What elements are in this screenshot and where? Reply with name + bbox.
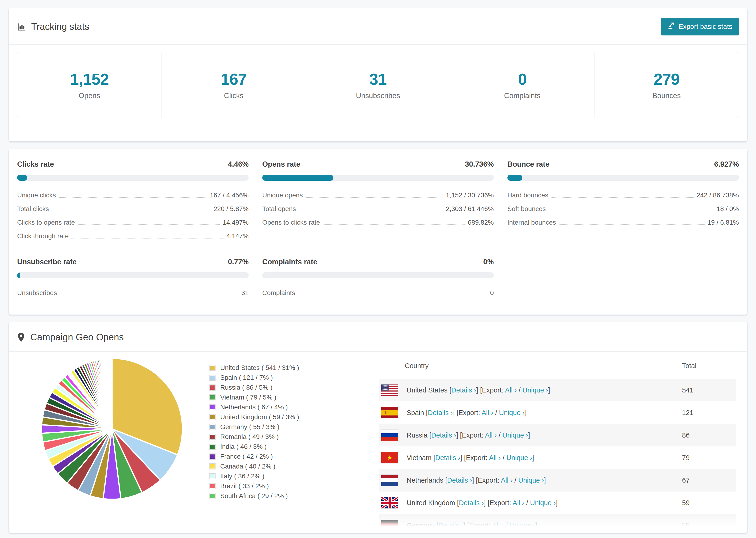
- stat-value: 31: [369, 70, 387, 88]
- geo-row-total: 55: [682, 521, 689, 529]
- geo-pie-chart[interactable]: [40, 357, 184, 501]
- bar-chart-icon: [17, 22, 26, 31]
- stat-label: Bounces: [652, 91, 681, 100]
- geo-pie-legend: United States ( 541 / 31% ) Spain ( 121 …: [209, 363, 299, 501]
- dotted-leader: [549, 211, 714, 211]
- legend-swatch: [209, 493, 216, 499]
- legend-label: Romania ( 49 / 3% ): [220, 433, 279, 441]
- export-all-link[interactable]: All ›: [492, 521, 504, 529]
- tracking-stats-title: Tracking stats: [17, 21, 89, 32]
- legend-item-south-africa: South Africa ( 29 / 2% ): [209, 491, 299, 501]
- rate-title: Unsubscribe rate: [17, 258, 77, 266]
- details-link[interactable]: Details ›: [435, 454, 460, 461]
- geo-row-text: Spain [Details ›] [Export: All › / Uniqu…: [406, 409, 527, 417]
- details-link[interactable]: Details ›: [447, 476, 472, 484]
- rate-row-value: 14.497%: [223, 219, 249, 226]
- geo-row-text: Germany [Details ›] [Export: All › / Uni…: [406, 521, 537, 529]
- geo-row-germany: Germany [Details ›] [Export: All › / Uni…: [379, 514, 736, 533]
- geo-title: Campaign Geo Opens: [17, 332, 124, 343]
- export-button-label: Export basic stats: [678, 23, 732, 30]
- rate-row-click-through-rate: Click through rate 4.147%: [17, 228, 249, 241]
- geo-row-netherlands: Netherlands [Details ›] [Export: All › /…: [379, 469, 736, 492]
- rate-section-opens-rate: Opens rate 30.736% Unique opens 1,152 / …: [262, 160, 494, 241]
- rate-row-complaints: Complaints 0: [262, 285, 494, 298]
- rate-row-value: 242 / 86.738%: [696, 191, 739, 199]
- export-unique-link[interactable]: Unique ›: [518, 476, 544, 484]
- export-unique-link[interactable]: Unique ›: [522, 386, 548, 394]
- export-unique-link[interactable]: Unique ›: [503, 431, 528, 439]
- geo-row-text: Russia [Details ›] [Export: All › / Uniq…: [406, 431, 530, 439]
- details-link[interactable]: Details ›: [451, 386, 476, 394]
- details-link[interactable]: Details ›: [431, 431, 456, 439]
- export-all-link[interactable]: All ›: [501, 476, 513, 484]
- dotted-leader: [559, 224, 705, 225]
- rate-row-total-clicks: Total clicks 220 / 5.87%: [17, 200, 249, 214]
- geo-row-total: 59: [682, 499, 689, 507]
- dotted-leader: [306, 197, 443, 198]
- geo-row-total: 79: [682, 454, 689, 462]
- export-all-link[interactable]: All ›: [485, 431, 497, 439]
- rate-row-value: 4.147%: [226, 232, 249, 240]
- rate-row-unsubscribes: Unsubscribes 31: [17, 285, 249, 298]
- stat-value: 279: [654, 70, 679, 88]
- legend-swatch: [209, 365, 216, 371]
- details-link[interactable]: Details ›: [459, 499, 484, 507]
- geo-row-total: 86: [682, 431, 689, 439]
- rate-row-value: 2,303 / 61.446%: [446, 205, 494, 213]
- rate-row-label: Unique clicks: [17, 191, 56, 199]
- legend-label: United States ( 541 / 31% ): [220, 364, 299, 372]
- flag-icon-de: [381, 520, 398, 531]
- legend-label: Vietnam ( 79 / 5% ): [220, 394, 276, 401]
- dotted-leader: [323, 224, 465, 225]
- rate-row-label: Unique opens: [262, 191, 303, 199]
- rate-percent: 6.927%: [714, 160, 739, 169]
- export-all-link[interactable]: All ›: [505, 386, 517, 394]
- tracking-stats-title-text: Tracking stats: [31, 21, 89, 32]
- geo-row-text: United Kingdom [Details ›] [Export: All …: [406, 499, 558, 507]
- export-unique-link[interactable]: Unique ›: [499, 409, 525, 416]
- rate-progress-bar: [262, 175, 494, 181]
- dotted-leader: [71, 238, 224, 239]
- geo-row-russia: Russia [Details ›] [Export: All › / Uniq…: [379, 424, 736, 447]
- export-unique-link[interactable]: Unique ›: [530, 499, 556, 507]
- rate-progress-fill: [262, 175, 333, 181]
- geo-row-vietnam: Vietnam [Details ›] [Export: All › / Uni…: [379, 447, 736, 469]
- export-all-link[interactable]: All ›: [513, 499, 524, 507]
- legend-swatch: [209, 404, 216, 410]
- details-link[interactable]: Details ›: [428, 409, 453, 416]
- legend-label: Italy ( 36 / 2% ): [220, 472, 264, 480]
- geo-content: United States ( 541 / 31% ) Spain ( 121 …: [9, 351, 747, 533]
- export-all-link[interactable]: All ›: [482, 409, 493, 416]
- details-link[interactable]: Details ›: [438, 521, 463, 529]
- dotted-leader: [551, 197, 693, 198]
- pie-slice[interactable]: [112, 358, 112, 429]
- legend-item-italy: Italy ( 36 / 2% ): [209, 471, 299, 481]
- legend-label: South Africa ( 29 / 2% ): [220, 492, 288, 500]
- geo-header: Campaign Geo Opens: [9, 322, 747, 351]
- rate-row-label: Complaints: [262, 289, 295, 297]
- flag-icon-us: [381, 385, 398, 396]
- rate-row-label: Click through rate: [17, 232, 69, 240]
- rate-row-value: 689.82%: [468, 219, 494, 226]
- dotted-leader: [59, 197, 207, 198]
- dotted-leader: [298, 211, 443, 211]
- dotted-leader: [298, 295, 487, 295]
- rate-row-value: 220 / 5.87%: [214, 205, 249, 213]
- legend-swatch: [209, 454, 216, 459]
- geo-row-total: 121: [682, 409, 693, 417]
- stat-label: Unsubscribes: [356, 91, 400, 100]
- geo-table: Country Total United States [Details ›] …: [379, 353, 736, 533]
- stat-label: Complaints: [504, 91, 540, 100]
- export-basic-stats-button[interactable]: Export basic stats: [661, 18, 739, 35]
- legend-swatch: [209, 473, 216, 479]
- rate-percent: 0%: [483, 258, 494, 266]
- export-unique-link[interactable]: Unique ›: [507, 454, 532, 461]
- rate-row-label: Opens to clicks rate: [262, 219, 320, 226]
- export-all-link[interactable]: All ›: [489, 454, 501, 461]
- geo-row-text: United States [Details ›] [Export: All ›…: [406, 386, 550, 394]
- export-unique-link[interactable]: Unique ›: [510, 521, 535, 529]
- legend-label: France ( 42 / 2% ): [220, 453, 273, 460]
- flag-icon-nl: [381, 475, 398, 486]
- page: Tracking stats Export basic stats 1,152 …: [0, 0, 756, 533]
- legend-swatch: [209, 394, 216, 401]
